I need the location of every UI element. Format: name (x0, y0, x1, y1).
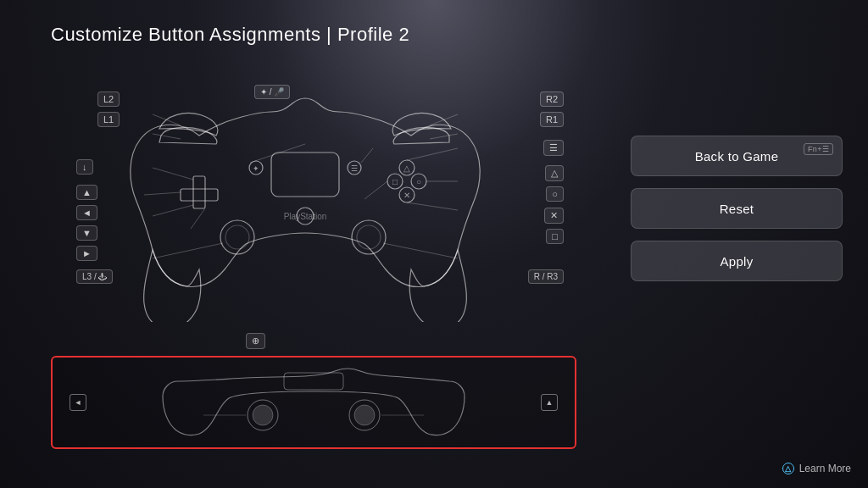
bottom-left-button[interactable]: ◄ (70, 394, 86, 411)
bottom-controller-section: ◄ ▲ (51, 356, 576, 449)
svg-line-21 (153, 114, 181, 125)
svg-line-35 (153, 243, 223, 258)
l2-label: L2 (97, 92, 120, 107)
reset-button[interactable]: Reset (631, 188, 843, 229)
options-label: ☰ (543, 140, 564, 156)
reset-label: Reset (720, 202, 754, 216)
right-panel: Back to Game Fn+☰ Reset Apply (631, 102, 843, 281)
back-to-game-button[interactable]: Back to Game Fn+☰ (631, 136, 843, 176)
bottom-right-button[interactable]: ▲ (541, 394, 558, 411)
svg-line-30 (191, 208, 205, 229)
svg-line-31 (407, 148, 458, 160)
svg-rect-1 (181, 189, 218, 201)
svg-text:✦: ✦ (253, 164, 259, 173)
svg-line-36 (383, 243, 458, 258)
svg-line-25 (430, 134, 458, 139)
triangle-label: △ (545, 165, 564, 181)
r2-label: R2 (540, 92, 564, 107)
svg-text:△: △ (403, 164, 410, 173)
l1-label: L1 (97, 112, 120, 127)
svg-point-5 (357, 225, 381, 249)
r3-label: R / R3 (528, 269, 564, 284)
svg-line-23 (250, 144, 305, 163)
svg-point-38 (253, 405, 273, 425)
controller-area: △ ○ ✕ □ ✦ ☰ PlayStation (51, 59, 576, 449)
svg-point-40 (354, 405, 375, 425)
svg-line-26 (361, 148, 373, 163)
triangle-icon: △ (782, 463, 794, 474)
r1-label: R1 (540, 112, 564, 127)
svg-line-22 (153, 134, 181, 139)
svg-line-33 (407, 202, 458, 210)
svg-text:PlayStation: PlayStation (284, 212, 327, 221)
svg-line-27 (153, 168, 193, 180)
fn-badge: Fn+☰ (804, 143, 833, 155)
svg-rect-0 (193, 176, 205, 208)
l3-label: L3 / 🕹 (76, 269, 113, 284)
page-title: Customize Button Assignments | Profile 2 (51, 24, 409, 46)
svg-line-34 (364, 181, 387, 199)
left-dpad-label: ◄ (76, 205, 97, 220)
svg-rect-14 (271, 152, 339, 197)
back-to-game-label: Back to Game (695, 149, 779, 164)
svg-text:○: ○ (416, 177, 421, 186)
apply-label: Apply (720, 254, 753, 269)
create-label: ✦ / 🎤 (254, 85, 290, 99)
down-stick-label: ↓ (76, 159, 93, 175)
up-dpad-label: ▲ (76, 185, 97, 200)
svg-text:✕: ✕ (403, 191, 410, 200)
circle-label: ○ (546, 186, 564, 202)
cross-label: ✕ (544, 208, 564, 224)
learn-more-label: Learn More (799, 463, 851, 474)
right-dpad-label: ► (76, 246, 97, 261)
svg-text:☰: ☰ (351, 164, 358, 173)
svg-line-28 (144, 192, 181, 195)
svg-text:□: □ (392, 177, 398, 186)
svg-point-3 (225, 225, 249, 249)
apply-button[interactable]: Apply (631, 241, 843, 281)
svg-line-29 (153, 205, 193, 216)
learn-more-link[interactable]: △ Learn More (782, 463, 851, 474)
touchpad-label: ⊕ (246, 333, 265, 349)
down-dpad-label: ▼ (76, 225, 97, 241)
svg-line-24 (430, 114, 458, 125)
square-label: □ (546, 229, 564, 244)
